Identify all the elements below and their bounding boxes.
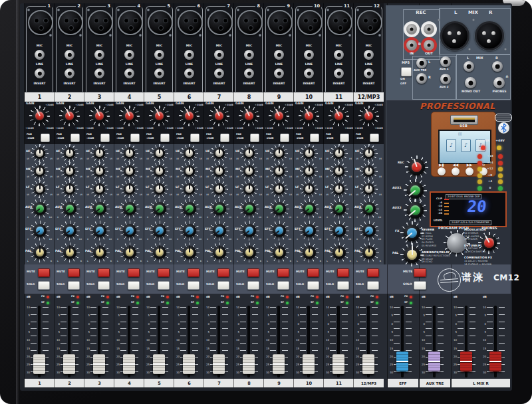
send-pal-knob[interactable]	[241, 245, 257, 260]
send-eff-knob[interactable]	[122, 223, 138, 239]
solo-button[interactable]	[247, 281, 259, 290]
mute-button[interactable]	[217, 268, 229, 277]
eq-lf-knob[interactable]	[302, 182, 316, 196]
channel-fader[interactable]	[153, 354, 165, 374]
channel-fader[interactable]	[362, 354, 374, 374]
send-aux-knob[interactable]	[271, 201, 287, 217]
send-eff-knob[interactable]	[152, 223, 168, 239]
eq-mf-knob[interactable]	[182, 164, 196, 178]
eq-lf-knob[interactable]	[152, 182, 166, 196]
gain-knob[interactable]	[360, 108, 377, 124]
eq-lf-knob[interactable]	[122, 182, 136, 196]
gain-knob[interactable]	[301, 108, 317, 124]
send-pal-knob[interactable]	[182, 245, 198, 260]
eq-hf-knob[interactable]	[332, 146, 346, 160]
eq-mf-knob[interactable]	[33, 164, 47, 178]
channel-fader[interactable]	[303, 354, 315, 374]
eq-mf-knob[interactable]	[302, 164, 316, 178]
send-aux-knob[interactable]	[122, 201, 138, 217]
send-eff-knob[interactable]	[62, 223, 78, 239]
aux2-knob[interactable]	[406, 201, 425, 220]
send-aux-knob[interactable]	[152, 201, 168, 217]
master-fader[interactable]	[428, 352, 440, 371]
channel-fader[interactable]	[33, 354, 45, 374]
solo-button[interactable]	[337, 281, 349, 290]
eq-mf-knob[interactable]	[122, 164, 136, 178]
send-aux-knob[interactable]	[182, 201, 198, 217]
mute-button[interactable]	[68, 268, 80, 277]
eq-mf-knob[interactable]	[212, 164, 226, 178]
eq-hf-knob[interactable]	[242, 146, 256, 160]
mute-button[interactable]	[367, 268, 379, 277]
pad-switch[interactable]	[370, 134, 379, 142]
channel-fader[interactable]	[243, 354, 255, 374]
send-eff-knob[interactable]	[361, 223, 377, 239]
solo-button[interactable]	[98, 281, 110, 290]
send-aux-knob[interactable]	[361, 201, 377, 217]
pad-switch[interactable]	[100, 134, 110, 142]
channel-fader[interactable]	[273, 354, 285, 374]
eq-mf-knob[interactable]	[242, 164, 256, 178]
eq-mf-knob[interactable]	[362, 164, 376, 178]
solo-button[interactable]	[128, 281, 140, 290]
rec-knob[interactable]	[407, 157, 426, 177]
eq-hf-knob[interactable]	[92, 146, 106, 160]
gain-knob[interactable]	[271, 108, 287, 124]
send-eff-knob[interactable]	[182, 223, 198, 239]
channel-fader[interactable]	[332, 354, 344, 374]
eq-lf-knob[interactable]	[63, 182, 76, 196]
pad-switch[interactable]	[250, 134, 259, 142]
eq-hf-knob[interactable]	[182, 146, 196, 160]
send-pal-knob[interactable]	[152, 245, 168, 260]
pad-switch[interactable]	[220, 134, 229, 142]
send-pal-knob[interactable]	[361, 245, 377, 260]
send-aux-knob[interactable]	[241, 201, 257, 217]
send-pal-knob[interactable]	[122, 245, 138, 260]
mute-button[interactable]	[277, 268, 289, 277]
eq-lf-knob[interactable]	[272, 182, 286, 196]
eq-hf-knob[interactable]	[272, 146, 286, 160]
gain-knob[interactable]	[31, 108, 48, 124]
gain-knob[interactable]	[331, 108, 347, 124]
send-pal-knob[interactable]	[32, 245, 48, 260]
eq-mf-knob[interactable]	[152, 164, 166, 178]
phones-knob[interactable]	[480, 234, 498, 252]
eq-hf-knob[interactable]	[33, 146, 47, 160]
gain-knob[interactable]	[121, 108, 138, 124]
pad-switch[interactable]	[41, 134, 50, 142]
mute-button[interactable]	[158, 268, 170, 277]
send-eff-knob[interactable]	[211, 223, 227, 239]
master-solo-button[interactable]	[414, 281, 426, 290]
mute-button[interactable]	[337, 268, 349, 277]
solo-button[interactable]	[277, 281, 289, 290]
eq-hf-knob[interactable]	[152, 146, 166, 160]
previous-button[interactable]	[452, 167, 460, 175]
pad-switch[interactable]	[340, 134, 349, 142]
send-eff-knob[interactable]	[301, 223, 317, 239]
pad-switch[interactable]	[160, 134, 170, 142]
send-pal-knob[interactable]	[62, 245, 78, 260]
solo-button[interactable]	[188, 281, 200, 290]
mute-button[interactable]	[98, 268, 110, 277]
master-fader[interactable]	[460, 352, 472, 371]
master-mute-button[interactable]	[414, 268, 426, 277]
send-aux-knob[interactable]	[32, 201, 48, 217]
eq-lf-knob[interactable]	[242, 182, 256, 196]
solo-button[interactable]	[217, 281, 229, 290]
solo-button[interactable]	[68, 281, 80, 290]
eq-hf-knob[interactable]	[362, 146, 376, 160]
mute-button[interactable]	[307, 268, 319, 277]
eq-lf-knob[interactable]	[33, 182, 47, 196]
next-button[interactable]	[466, 167, 473, 175]
eq-mf-knob[interactable]	[63, 164, 76, 178]
send-aux-knob[interactable]	[62, 201, 78, 217]
eq-lf-knob[interactable]	[332, 182, 346, 196]
solo-button[interactable]	[38, 281, 50, 290]
pal-knob[interactable]	[402, 245, 422, 264]
send-eff-knob[interactable]	[241, 223, 257, 239]
channel-fader[interactable]	[63, 354, 75, 374]
gain-knob[interactable]	[241, 108, 257, 124]
send-eff-knob[interactable]	[92, 223, 108, 239]
fx-knob[interactable]	[402, 223, 422, 243]
gain-knob[interactable]	[151, 108, 168, 124]
